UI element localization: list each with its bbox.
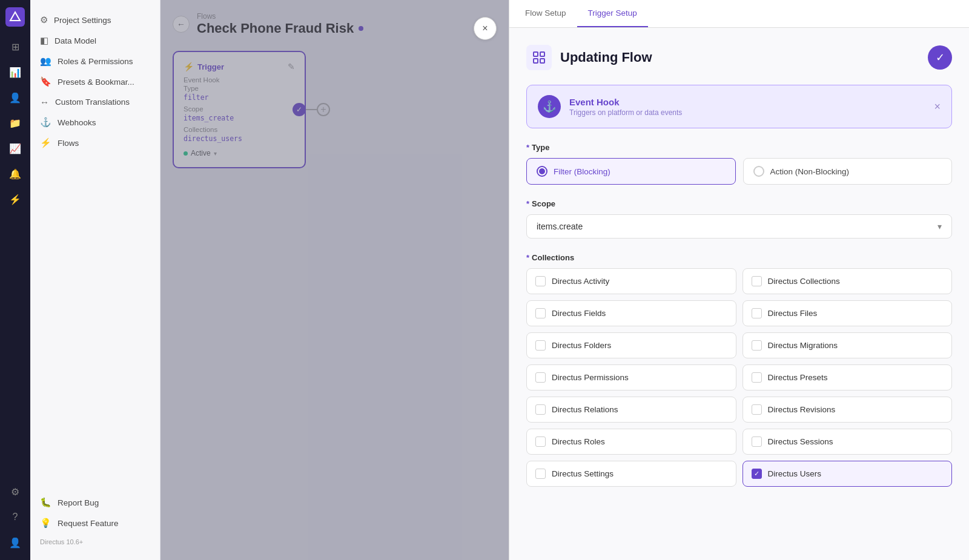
scope-section: * Scope items.create ▾ [526,199,952,239]
right-panel: Flow Setup Trigger Setup Updating Flow ✓ [509,0,969,560]
svg-rect-4 [540,59,544,63]
project-settings-icon: ⚙ [40,15,48,25]
app-logo [5,7,25,27]
checkbox-revisions [752,404,762,415]
event-hook-title: Event Hook [569,97,682,107]
type-options: Filter (Blocking) Action (Non-Blocking) [526,158,952,185]
collection-presets[interactable]: Directus Presets [742,364,953,390]
data-model-icon: ◧ [40,35,48,46]
checkbox-sessions [752,436,762,447]
checkbox-presets [752,372,762,383]
radio-action [753,166,764,177]
nav-content-icon[interactable]: ⊞ [5,36,25,57]
type-label: * Type [526,143,952,152]
scope-dropdown[interactable]: items.create ▾ [526,214,952,239]
checkbox-users: ✓ [752,469,762,479]
collection-revisions[interactable]: Directus Revisions [742,397,953,423]
nav-activity-icon[interactable]: 🔔 [5,163,25,184]
icon-nav: ⊞ 📊 👤 📁 📈 🔔 ⚡ ⚙ ? 👤 [0,0,30,560]
checkbox-migrations [752,340,762,351]
event-hook-icon: ⚓ [538,95,561,118]
collection-roles[interactable]: Directus Roles [526,429,736,455]
type-section: * Type Filter (Blocking) Action (Non-Blo… [526,143,952,185]
collections-section: * Collections Directus Activity Directus… [526,253,952,487]
tab-flow-setup[interactable]: Flow Setup [514,0,577,27]
sidebar-item-project-settings[interactable]: ⚙ Project Settings [30,10,160,30]
scope-chevron-icon: ▾ [938,222,942,231]
sidebar-item-webhooks[interactable]: ⚓ Webhooks [30,112,160,133]
canvas-overlay [160,0,509,560]
tab-trigger-setup[interactable]: Trigger Setup [577,0,648,27]
svg-marker-0 [10,12,20,21]
event-hook-subtitle: Triggers on platform or data events [569,108,682,117]
collection-collections[interactable]: Directus Collections [742,268,953,294]
event-hook-card: ⚓ Event Hook Triggers on platform or dat… [526,85,952,128]
nav-help-icon[interactable]: ? [5,507,25,527]
collection-permissions[interactable]: Directus Permissions [526,364,736,390]
collections-grid: Directus Activity Directus Collections D… [526,268,952,487]
radio-filter [537,166,547,177]
checkbox-files [752,308,762,318]
checkbox-permissions [535,372,546,383]
collection-files[interactable]: Directus Files [742,300,953,326]
checkbox-roles [535,436,546,447]
svg-rect-1 [534,52,538,56]
request-feature-icon: 💡 [40,518,51,529]
scope-label: * Scope [526,199,952,208]
collection-sessions[interactable]: Directus Sessions [742,429,953,455]
save-button[interactable]: ✓ [928,45,952,70]
sidebar: ⚙ Project Settings ◧ Data Model 👥 Roles … [30,0,160,560]
svg-rect-2 [540,52,544,56]
nav-analytics-icon[interactable]: 📈 [5,138,25,159]
checkbox-relations [535,404,546,415]
checkbox-folders [535,340,546,351]
collections-label: * Collections [526,253,952,262]
presets-icon: 🔖 [40,76,51,87]
collection-users[interactable]: ✓ Directus Users [742,461,953,487]
nav-flows-icon[interactable]: ⚡ [5,189,25,209]
panel-content: Updating Flow ✓ ⚓ Event Hook Triggers on… [509,28,969,560]
checkbox-collections [752,276,762,286]
sidebar-item-request-feature[interactable]: 💡 Request Feature [30,513,160,533]
nav-files-icon[interactable]: 📁 [5,113,25,133]
event-hook-close-button[interactable]: × [934,100,941,113]
nav-insights-icon[interactable]: 📊 [5,62,25,82]
panel-icon [526,45,552,70]
collection-relations[interactable]: Directus Relations [526,397,736,423]
nav-user-avatar[interactable]: 👤 [5,532,25,553]
flows-icon: ⚡ [40,137,51,148]
nav-settings-icon[interactable]: ⚙ [5,481,25,502]
roles-icon: 👥 [40,56,51,67]
sidebar-item-presets[interactable]: 🔖 Presets & Bookmar... [30,71,160,92]
panel-tabs: Flow Setup Trigger Setup [509,0,969,28]
app-version: Directus 10.6+ [30,533,160,550]
sidebar-item-flows[interactable]: ⚡ Flows [30,133,160,153]
collection-activity[interactable]: Directus Activity [526,268,736,294]
report-bug-icon: 🐛 [40,497,51,508]
sidebar-item-data-model[interactable]: ◧ Data Model [30,30,160,51]
checkbox-settings [535,469,546,479]
webhooks-icon: ⚓ [40,117,51,128]
nav-users-icon[interactable]: 👤 [5,87,25,108]
collection-fields[interactable]: Directus Fields [526,300,736,326]
panel-title: Updating Flow [560,50,652,65]
type-option-filter[interactable]: Filter (Blocking) [526,158,736,185]
sidebar-item-report-bug[interactable]: 🐛 Report Bug [30,492,160,513]
type-option-action[interactable]: Action (Non-Blocking) [743,158,953,185]
collection-folders[interactable]: Directus Folders [526,332,736,358]
checkbox-activity [535,276,546,286]
sidebar-item-translations[interactable]: ↔ Custom Translations [30,92,160,112]
panel-header: Updating Flow ✓ [526,45,952,70]
flow-canvas-area: ← Flows Check Phone Fraud Risk ⚡ Trigger… [160,0,509,560]
sidebar-item-roles[interactable]: 👥 Roles & Permissions [30,51,160,71]
checkbox-fields [535,308,546,318]
svg-rect-3 [534,59,538,63]
close-button[interactable]: × [474,17,497,40]
collection-settings[interactable]: Directus Settings [526,461,736,487]
collection-migrations[interactable]: Directus Migrations [742,332,953,358]
translations-icon: ↔ [40,97,49,107]
